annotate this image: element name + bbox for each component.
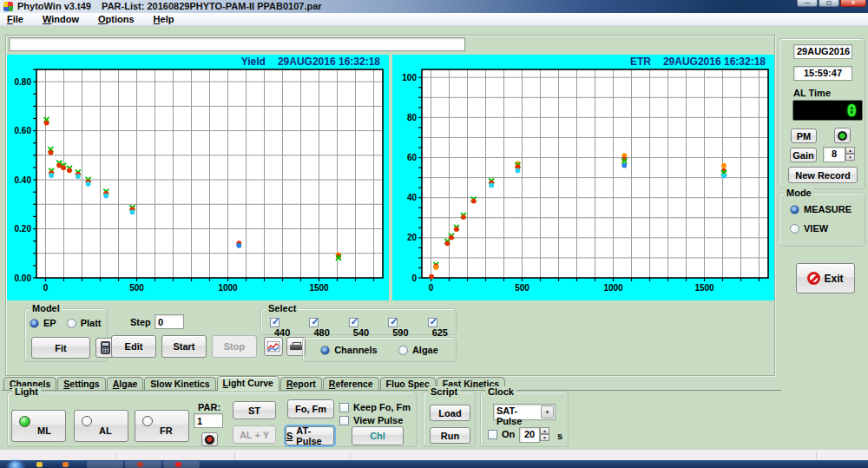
radio-icon[interactable] [67, 319, 76, 328]
select-channel-440[interactable]: 440 [270, 317, 298, 338]
step-input[interactable] [155, 314, 184, 329]
script-label: Script [428, 386, 460, 397]
radio-icon[interactable] [320, 346, 330, 355]
spin-down-icon[interactable]: ▼ [845, 154, 855, 161]
menu-options[interactable]: Options [98, 14, 135, 24]
minimize-button[interactable]: — [797, 0, 818, 7]
select-channel-480[interactable]: 480 [309, 317, 337, 338]
model-option-platt[interactable]: Platt [67, 318, 102, 328]
taskbar-app-button[interactable] [125, 461, 161, 468]
select-channel-625[interactable]: 625 [428, 317, 456, 338]
pm-led-button [834, 128, 851, 143]
checkbox-keep-fo-fm[interactable]: Keep Fo, Fm [339, 402, 411, 412]
select-channel-590[interactable]: 590 [388, 317, 416, 338]
sat-pulse-button[interactable]: SAT-Pulse [286, 426, 334, 445]
clock-mode-dropdown[interactable]: SAT-Pulse ▼ [493, 404, 556, 420]
svg-text:0.40: 0.40 [15, 175, 32, 185]
script-run-button[interactable]: Run [430, 427, 470, 444]
radio-label: Channels [334, 345, 378, 355]
svg-text:60: 60 [407, 153, 418, 162]
tab-reference[interactable]: Reference [323, 377, 379, 390]
svg-text:1500: 1500 [694, 283, 714, 293]
model-option-ep[interactable]: EP [30, 318, 56, 328]
start-button[interactable]: Start [161, 335, 207, 358]
mode-option-view[interactable]: VIEW [790, 223, 852, 234]
script-load-button[interactable]: Load [430, 405, 470, 421]
tab-light-curve[interactable]: Light Curve [217, 376, 279, 391]
checkbox-view-pulse[interactable]: View Pulse [339, 415, 411, 425]
step-label: Step [130, 317, 151, 327]
fo-fm-button[interactable]: Fo, Fm [287, 399, 334, 419]
svg-text:40: 40 [407, 193, 418, 202]
checkbox-icon[interactable] [388, 318, 398, 327]
spin-up-icon[interactable]: ▲ [540, 427, 549, 434]
ml-led-icon [19, 416, 30, 427]
menu-file[interactable]: File [7, 14, 23, 24]
calculator-icon [101, 341, 110, 354]
st-button[interactable]: ST [233, 401, 276, 419]
fit-button[interactable]: Fit [31, 337, 90, 359]
checkbox-icon[interactable] [270, 318, 279, 327]
gain-button[interactable]: Gain [790, 148, 817, 162]
clock-on-label: On [502, 429, 515, 439]
taskbar-icon[interactable] [36, 462, 43, 467]
al-button[interactable]: AL [74, 410, 128, 442]
graph-export-button[interactable] [264, 337, 283, 356]
svg-text:20: 20 [407, 233, 418, 242]
checkbox-icon[interactable] [349, 318, 358, 327]
chl-button[interactable]: Chl [352, 426, 404, 445]
view-option-algae[interactable]: Algae [398, 345, 438, 355]
menu-help[interactable]: Help [154, 14, 174, 24]
close-button[interactable]: ✕ [840, 0, 866, 7]
view-option-channels[interactable]: Channels [320, 345, 378, 355]
chevron-down-icon[interactable]: ▼ [541, 405, 554, 419]
svg-text:80: 80 [407, 113, 418, 122]
al-time-label: AL Time [793, 88, 831, 98]
checkbox-icon[interactable] [339, 403, 349, 412]
svg-text:0.00: 0.00 [15, 274, 32, 283]
taskbar-icon[interactable] [62, 462, 69, 467]
select-channel-540[interactable]: 540 [349, 317, 377, 338]
spin-down-icon[interactable]: ▼ [540, 434, 549, 441]
menu-window[interactable]: Window [43, 14, 79, 24]
status-bar [0, 449, 868, 460]
taskbar-app-button[interactable] [163, 461, 200, 468]
radio-label: Platt [81, 318, 102, 328]
stop-button: Stop [212, 335, 257, 358]
checkbox-icon[interactable] [309, 318, 319, 327]
clock-interval-spinner[interactable]: ▲▼ [540, 427, 549, 443]
edit-button[interactable]: Edit [111, 335, 156, 358]
gain-spinner[interactable]: ▲▼ [845, 147, 855, 162]
radio-icon[interactable] [790, 205, 799, 214]
radio-icon[interactable] [398, 346, 408, 355]
document-title: PAR-List: 20160829PHYTO-PAM-II PPAB0107.… [102, 1, 322, 11]
par-input[interactable] [194, 413, 223, 428]
start-button[interactable] [9, 461, 23, 468]
maximize-button[interactable]: ▢ [819, 0, 839, 7]
tab-slow-kinetics[interactable]: Slow Kinetics [144, 377, 215, 390]
tab-report[interactable]: Report [280, 377, 322, 390]
exit-button[interactable]: Exit [796, 263, 855, 293]
clock-interval-stepper[interactable]: 20 ▲▼ [519, 427, 549, 443]
new-record-button[interactable]: New Record [788, 167, 858, 183]
tab-settings[interactable]: Settings [57, 377, 105, 390]
mode-option-measure[interactable]: MEASURE [790, 204, 852, 214]
checkbox-icon[interactable] [428, 318, 437, 327]
radio-icon[interactable] [30, 319, 39, 328]
pm-button[interactable]: PM [791, 129, 817, 143]
al-time-display: 0 [792, 100, 863, 121]
spin-up-icon[interactable]: ▲ [845, 147, 855, 154]
chart-icon [267, 341, 279, 352]
light-button-label: ML [37, 425, 51, 436]
clock-on-checkbox[interactable]: On [488, 429, 515, 439]
etr-plot-area: 020406080100050010001500 [392, 55, 774, 300]
ml-button[interactable]: ML [11, 410, 66, 442]
radio-icon[interactable] [790, 224, 799, 234]
checkbox-icon[interactable] [488, 430, 497, 439]
par-list-field[interactable] [9, 37, 465, 51]
gain-stepper[interactable]: 8 ▲▼ [823, 147, 855, 162]
tab-algae[interactable]: Algae [107, 377, 144, 390]
taskbar-app-button[interactable] [87, 461, 123, 468]
fr-button[interactable]: FR [135, 410, 189, 442]
checkbox-icon[interactable] [339, 416, 349, 425]
